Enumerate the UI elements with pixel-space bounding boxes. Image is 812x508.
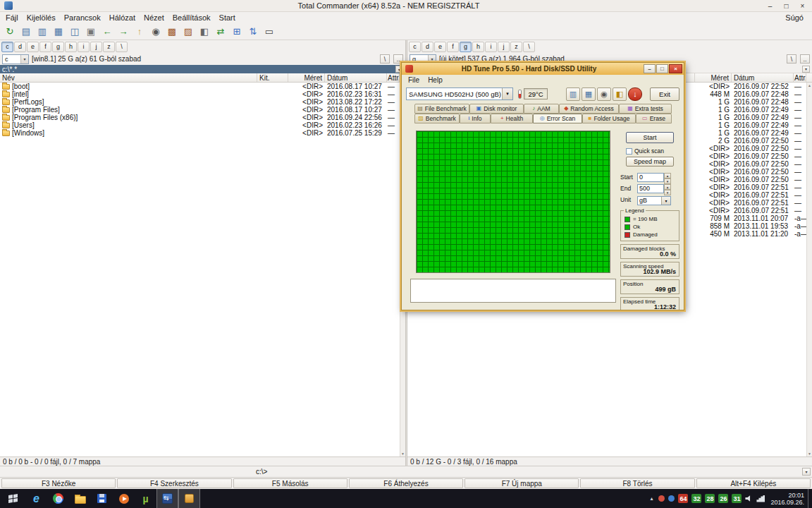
terminal-icon[interactable]: ▭ [262, 24, 277, 39]
file-row[interactable]: [Users] <DIR> 2016.02.23 16:26 — [0, 121, 400, 129]
drive-button[interactable]: z [103, 42, 115, 52]
header-attr[interactable]: Attr. [794, 73, 806, 82]
root-dir-button[interactable]: \ [787, 54, 796, 64]
hdtune-close-button[interactable]: × [669, 64, 682, 73]
menu-item-help[interactable]: Súgó [778, 13, 811, 22]
spin-down-icon[interactable]: ▾ [664, 179, 671, 184]
drive-button[interactable]: d [14, 42, 26, 52]
drive-button[interactable]: c [1, 42, 13, 52]
drive-combo[interactable]: c ▾ [2, 54, 29, 64]
fkey-button[interactable]: F7 Új mappa [465, 478, 579, 488]
tab[interactable]: ▦ Extra tests [619, 104, 672, 114]
drive-button[interactable]: j [498, 42, 510, 52]
header-ext[interactable]: Kit. [257, 73, 288, 82]
tab[interactable]: ▨ Benchmark [414, 114, 460, 123]
drive-button[interactable]: g [52, 42, 64, 52]
drive-button[interactable]: g [460, 42, 472, 52]
parent-dir-button[interactable]: .. [800, 54, 810, 64]
ie-icon[interactable]: e [25, 489, 47, 508]
file-row[interactable]: [intel] <DIR> 2016.02.23 16:31 — [0, 90, 400, 98]
command-history-icon[interactable]: ▾ [802, 468, 811, 476]
drive-button[interactable]: j [90, 42, 102, 52]
hidden-icons-arrow[interactable]: ▴ [648, 495, 655, 502]
copy-screenshot-icon[interactable]: ▥ [566, 87, 580, 101]
file-row[interactable]: [Program Files] <DIR> 2016.08.17 10:27 — [0, 106, 400, 114]
view-quick-icon[interactable]: ◫ [67, 24, 82, 39]
scroll-down-icon[interactable]: ▼ [808, 452, 811, 456]
drive-button[interactable]: f [447, 42, 459, 52]
minimize-button[interactable]: – [762, 1, 778, 11]
drive-button[interactable]: e [27, 42, 39, 52]
tab[interactable]: ▣ Disk monitor [469, 104, 524, 114]
forward-icon[interactable]: → [116, 24, 131, 39]
spin-up-icon[interactable]: ▴ [664, 173, 671, 179]
fkey-button[interactable]: Alt+F4 Kilépés [696, 478, 811, 488]
tab[interactable]: ◆ Random Access [559, 104, 619, 114]
menu-item[interactable]: Hálózat [105, 13, 140, 22]
print-icon[interactable]: ▣ [83, 24, 99, 39]
tab[interactable]: ♪ AAM [524, 104, 559, 114]
menu-item[interactable]: Help [424, 76, 447, 84]
current-path-bar[interactable]: c:\*.* ▾ [0, 65, 405, 73]
command-line[interactable]: c:\> ▾ [0, 466, 812, 477]
core-temp-1[interactable]: 32 [691, 494, 701, 503]
fkey-button[interactable]: F6 Áthelyezés [349, 478, 463, 488]
save-screenshot-icon[interactable]: ▦ [582, 87, 596, 101]
refresh-icon[interactable]: ↻ [2, 24, 18, 39]
root-dir-button[interactable]: \ [380, 54, 390, 64]
unpack-icon[interactable]: ▨ [180, 24, 196, 39]
menu-item[interactable]: Nézet [140, 13, 168, 22]
hdtune-minimize-button[interactable]: – [644, 64, 656, 73]
unit-select[interactable]: gB ▾ [637, 196, 671, 205]
fkey-button[interactable]: F4 Szerkesztés [117, 478, 231, 488]
hdtune-maximize-button[interactable]: □ [656, 64, 668, 73]
start-button[interactable] [0, 489, 25, 508]
tab[interactable]: ▤ File Benchmark [414, 104, 469, 114]
header-attr[interactable]: Attr. [387, 73, 400, 82]
header-date[interactable]: Dátum [732, 73, 794, 82]
show-desktop-button[interactable] [808, 489, 812, 508]
drive-button[interactable]: \ [523, 42, 535, 52]
network-icon[interactable] [756, 495, 765, 502]
menu-item[interactable]: Fájl [1, 13, 23, 22]
spin-down-icon[interactable]: ▾ [664, 190, 671, 195]
titlebar[interactable]: Total Commander (x64) 8.52a - NEM REGISZ… [0, 0, 812, 12]
tab[interactable]: ▭ Erase [636, 114, 672, 123]
back-icon[interactable]: ← [99, 24, 115, 39]
drive-button[interactable]: i [485, 42, 497, 52]
drive-select[interactable]: SAMSUNG HD502HJ (500 gB) ▾ [406, 87, 513, 100]
drive-button[interactable]: z [510, 42, 522, 52]
search-icon[interactable]: ◉ [148, 24, 164, 39]
core-temp-3[interactable]: 26 [718, 494, 728, 503]
maximize-button[interactable]: □ [778, 1, 794, 11]
network-icon[interactable]: ⊞ [229, 24, 245, 39]
file-row[interactable]: [Program Files (x86)] <DIR> 2016.09.24 2… [0, 114, 400, 121]
folder-up-icon[interactable]: ↑ [132, 24, 147, 39]
menu-item[interactable]: Beállítások [168, 13, 215, 22]
tab[interactable]: i Info [460, 114, 491, 123]
gpu-temp-badge[interactable]: 64 [678, 494, 688, 503]
pack-icon[interactable]: ▩ [164, 24, 180, 39]
sync-icon[interactable]: ⇄ [213, 24, 228, 39]
close-button[interactable]: × [794, 1, 811, 11]
header-size[interactable]: Méret [695, 73, 732, 82]
media-player-icon[interactable] [113, 489, 135, 508]
taskbar-clock[interactable]: 20:01 2016.09.26. [767, 492, 808, 506]
header-size[interactable]: Méret [288, 73, 325, 82]
menu-item[interactable]: File [404, 76, 424, 84]
chrome-icon[interactable] [47, 489, 69, 508]
drive-button[interactable]: \ [116, 42, 128, 52]
file-row[interactable]: [boot] <DIR> 2016.08.17 10:27 — [0, 83, 400, 90]
menu-item[interactable]: Parancsok [60, 13, 105, 22]
header-date[interactable]: Dátum [325, 73, 387, 82]
fkey-button[interactable]: F3 Nézőke [1, 478, 116, 488]
file-row[interactable]: [Windows] <DIR> 2016.07.25 15:29 — [0, 129, 400, 137]
scan-start-input[interactable]: 0 [637, 173, 664, 182]
tab[interactable]: ■ Folder Usage [582, 114, 636, 123]
update-icon[interactable]: ↓ [628, 87, 642, 101]
drive-button[interactable]: h [65, 42, 77, 52]
file-row[interactable]: [PerfLogs] <DIR> 2013.08.22 17:22 — [0, 98, 400, 106]
hdtune-icon[interactable] [178, 489, 200, 508]
drive-button[interactable]: c [409, 42, 421, 52]
core-temp-4[interactable]: 31 [732, 494, 742, 503]
